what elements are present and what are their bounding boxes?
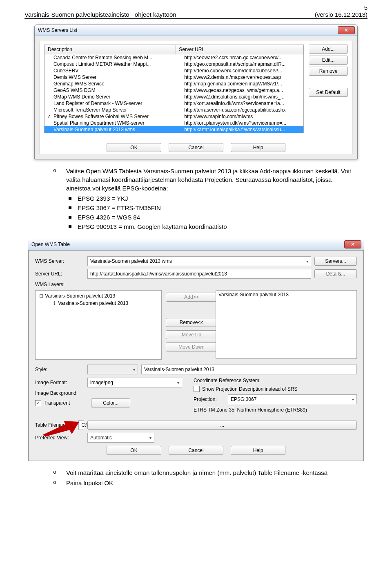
- server-list-row[interactable]: Spatial Planning Department WMS-serverht…: [45, 120, 303, 126]
- server-list-row[interactable]: Pitney Bowes Software Global WMS Serverh…: [45, 113, 303, 120]
- label-show-projection-desc: Show Projection Description instead of S…: [202, 386, 297, 392]
- doc-header: Varsinais-Suomen palvelupisteaineisto - …: [24, 11, 368, 19]
- projection-combo[interactable]: EPSG:3067: [228, 394, 357, 404]
- layers-tree[interactable]: ⊟ Varsinais-Suomen palvelut 2013 ℹ Varsi…: [35, 290, 162, 360]
- cancel-button[interactable]: Cancel: [169, 143, 223, 152]
- server-url-field: http://kartat.lounaispaikka.fi/wms/varsi…: [87, 269, 311, 279]
- label-image-background: Image Background:: [35, 390, 182, 396]
- col-server-url[interactable]: Server URL: [176, 45, 303, 54]
- chevron-down-icon: [352, 396, 354, 402]
- label-crs: Coordinate Reference System:: [194, 378, 357, 383]
- bullet-epsg-3067: EPSG 3067 = ETRS-TM35FIN: [68, 204, 351, 212]
- label-image-format: Image Format:: [35, 380, 84, 385]
- bullet-epsg-2393: EPSG 2393 = YKJ: [68, 194, 351, 203]
- move-up-button[interactable]: Move Up: [166, 330, 217, 339]
- row-url: http://www.mapinfo.com/miwms: [181, 114, 303, 119]
- show-proj-checkbox[interactable]: [194, 386, 200, 392]
- ok-button[interactable]: OK: [107, 143, 161, 152]
- color-button[interactable]: Color...: [91, 398, 130, 407]
- server-list-row[interactable]: Varsinais-Suomen palvelut 2013 wmshttp:/…: [45, 126, 303, 133]
- col-description[interactable]: Description: [45, 45, 176, 54]
- wms-server-combo[interactable]: Varsinais-Suomen palvelut 2013 wms: [87, 256, 311, 266]
- row-description: Canada Centre for Remote Sensing Web M..…: [45, 55, 181, 60]
- row-url: http://www2.dmsolutions.ca/cgi-bin/mswms…: [181, 94, 303, 100]
- label-wms-layers: WMS Layers:: [35, 282, 84, 287]
- close-icon: ✕: [344, 27, 348, 33]
- row-url: http://map.genimap.com/GenimapWMS/v1/...: [181, 81, 303, 87]
- servers-button[interactable]: Servers...: [314, 257, 357, 266]
- add-button[interactable]: Add...: [309, 45, 348, 54]
- label-preferred-view: Preferred View:: [35, 435, 84, 441]
- label-wms-server: WMS Server:: [35, 258, 84, 264]
- row-url: http://www2.demis.nl/mapserver/request.a…: [181, 74, 303, 80]
- row-description: GeoAS WMS DGM: [45, 87, 181, 93]
- set-default-button[interactable]: Set Default: [309, 88, 348, 97]
- server-list[interactable]: Description Server URL Canada Centre for…: [44, 45, 304, 133]
- row-url: http://ceoware2.ccrs.nrcan.gc.ca/cubewer…: [181, 55, 303, 60]
- open-wms-table-dialog: Open WMS Table ✕ WMS Server: Varsinais-S…: [28, 239, 364, 461]
- browse-button[interactable]: ...: [87, 421, 357, 430]
- titlebar: WMS Servers List ✕: [35, 25, 357, 36]
- dialog-title: WMS Servers List: [38, 27, 77, 33]
- remove-button[interactable]: Remove: [309, 67, 348, 76]
- row-description: Demis WMS Server: [45, 74, 181, 80]
- style-name-field: Varsinais-Suomen palvelut 2013: [141, 365, 357, 374]
- row-url: http://kort.arealinfo.dk/wms?servicename…: [181, 101, 303, 106]
- image-format-combo[interactable]: image/png: [87, 378, 182, 387]
- row-description: Spatial Planning Department WMS-server: [45, 120, 181, 126]
- server-list-row[interactable]: GeoAS WMS DGMhttp://www.geoas.net/geoas_…: [45, 87, 303, 94]
- chevron-down-icon: [133, 367, 135, 372]
- server-list-row[interactable]: Compusult Limited METAR Weather Mappi...…: [45, 61, 303, 67]
- chevron-down-icon: [177, 380, 179, 385]
- row-description: Varsinais-Suomen palvelut 2013 wms: [45, 127, 181, 132]
- cancel-button[interactable]: Cancel: [169, 446, 223, 455]
- combo-value: Varsinais-Suomen palvelut 2013 wms: [90, 258, 172, 264]
- row-description: CubeSERV: [45, 68, 181, 74]
- add-layer-button[interactable]: Add>>: [166, 293, 217, 302]
- label-style: Style:: [35, 367, 84, 372]
- row-description: GMap WMS Demo Server: [45, 94, 181, 100]
- row-description: Land Register of Denmark - WMS-server: [45, 101, 181, 106]
- close-icon: ✕: [351, 242, 355, 247]
- selected-layers-list[interactable]: Varsinais-Suomen palvelut 2013: [216, 290, 357, 359]
- server-list-row[interactable]: Microsoft TerraServer Map Serverhttp://t…: [45, 107, 303, 113]
- move-down-button[interactable]: Move Down: [166, 342, 217, 351]
- label-server-url: Server URL:: [35, 271, 84, 277]
- close-button[interactable]: ✕: [338, 26, 355, 34]
- instruction-paragraph-2: Voit määrittää aineistolle oman tallennu…: [53, 468, 351, 477]
- row-url: http://demo.cubewerx.com/demo/cubeserv/.…: [181, 68, 303, 74]
- instruction-paragraph-3: Paina lopuksi OK: [53, 479, 351, 487]
- close-button[interactable]: ✕: [344, 240, 361, 248]
- selected-layer-item[interactable]: Varsinais-Suomen palvelut 2013: [218, 292, 354, 298]
- table-filename-field[interactable]: C:\Users\Nurmi\Documents\Untitled.TAB: [78, 420, 84, 430]
- style-combo[interactable]: [87, 365, 138, 374]
- row-url: http://kartat.lounaispaikka.fi/wms/varsi…: [181, 127, 303, 132]
- bullet-epsg-900913: EPSG 900913 = mm. Googlen käyttämä koord…: [68, 222, 351, 231]
- label-projection: Projection:: [194, 396, 225, 402]
- server-list-row[interactable]: Canada Centre for Remote Sensing Web M..…: [45, 54, 303, 61]
- label-transparent: Transparent: [44, 400, 70, 406]
- preferred-view-combo[interactable]: Automatic: [87, 433, 154, 443]
- tree-child-node[interactable]: ℹ Varsinais-Suomen palvelut 2013: [38, 300, 159, 307]
- help-button[interactable]: Help: [231, 446, 285, 455]
- row-url: http://www.geoas.net/geoas_wms/getmap.a.…: [181, 87, 303, 93]
- chevron-down-icon: [306, 258, 308, 264]
- ok-button[interactable]: OK: [107, 446, 161, 455]
- help-button[interactable]: Help: [231, 143, 285, 152]
- label-table-filename: Table Filename:: [35, 422, 75, 428]
- edit-button[interactable]: Edit...: [309, 56, 348, 65]
- row-description: Pitney Bowes Software Global WMS Server: [45, 114, 181, 119]
- details-button[interactable]: Details...: [314, 269, 357, 278]
- row-description: Microsoft TerraServer Map Server: [45, 107, 181, 113]
- server-list-row[interactable]: Land Register of Denmark - WMS-serverhtt…: [45, 100, 303, 107]
- server-list-row[interactable]: GMap WMS Demo Serverhttp://www2.dmsoluti…: [45, 94, 303, 100]
- server-list-row[interactable]: CubeSERVhttp://demo.cubewerx.com/demo/cu…: [45, 67, 303, 74]
- server-list-row[interactable]: Genimap WMS Servicehttp://map.genimap.co…: [45, 81, 303, 87]
- tree-root-node[interactable]: ⊟ Varsinais-Suomen palvelut 2013: [38, 292, 159, 300]
- transparent-checkbox[interactable]: ✓: [35, 400, 41, 406]
- doc-version: (versio 16.12.2013): [315, 11, 368, 18]
- server-list-row[interactable]: Demis WMS Serverhttp://www2.demis.nl/map…: [45, 74, 303, 81]
- doc-title: Varsinais-Suomen palvelupisteaineisto - …: [24, 11, 176, 18]
- remove-layer-button[interactable]: Remove<<: [166, 318, 217, 327]
- page-number: 5: [24, 4, 368, 11]
